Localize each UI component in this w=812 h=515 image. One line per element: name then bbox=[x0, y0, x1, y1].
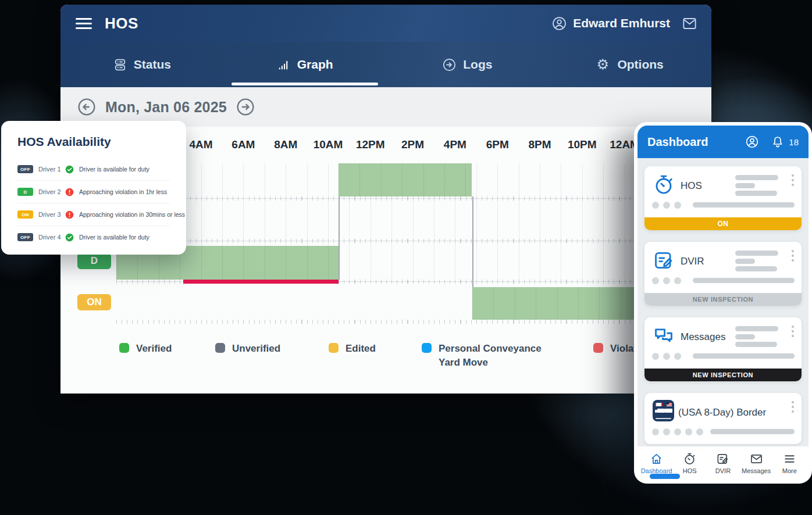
availability-row: OFFDriver 1Driver is available for duty bbox=[17, 158, 170, 181]
tab-logs[interactable]: Logs bbox=[386, 42, 549, 87]
gear-icon: ⚙ bbox=[596, 58, 611, 72]
skeleton-dot bbox=[674, 202, 681, 209]
card-menu-icon[interactable] bbox=[792, 326, 794, 337]
duty-badge: D bbox=[17, 188, 33, 196]
inspection-edit-icon bbox=[716, 452, 729, 466]
user-avatar-icon bbox=[551, 16, 567, 31]
phone-nav-more[interactable]: More bbox=[773, 452, 806, 474]
nav-label: HOS bbox=[683, 467, 697, 474]
duty-badge: ON bbox=[17, 210, 33, 219]
driver-name: Driver 1 bbox=[38, 166, 63, 173]
hamburger-menu-icon[interactable] bbox=[76, 18, 92, 29]
card-title: HOS bbox=[681, 180, 702, 192]
skeleton-line bbox=[735, 326, 778, 331]
alert-circle-icon bbox=[65, 188, 74, 196]
duty-segment-off[interactable] bbox=[339, 163, 472, 196]
duty-badge: OFF bbox=[17, 165, 33, 173]
skeleton-line bbox=[735, 342, 777, 347]
card-title: (USA 8-Day) Border bbox=[678, 407, 766, 419]
phone-card-hos[interactable]: HOSON bbox=[644, 166, 802, 230]
skeleton-line bbox=[710, 429, 795, 434]
popup-title: HOS Availability bbox=[17, 135, 170, 149]
skeleton-dot bbox=[674, 353, 681, 360]
mail-icon[interactable] bbox=[682, 16, 697, 31]
skeleton-line bbox=[693, 278, 795, 283]
previous-day-button[interactable] bbox=[77, 98, 96, 116]
bell-icon[interactable] bbox=[771, 135, 785, 149]
skeleton-dot bbox=[652, 202, 659, 209]
skeleton-dot bbox=[652, 428, 659, 435]
availability-status-text: Driver is available for duty bbox=[79, 166, 149, 173]
arrow-circle-icon bbox=[442, 58, 457, 72]
skeleton-line bbox=[735, 251, 778, 256]
phone-dashboard: Dashboard 18 HOSONDVIRNEW INSPECTIONMess… bbox=[634, 122, 812, 484]
inspection-edit-icon bbox=[653, 249, 675, 271]
user-chip[interactable]: Edward Emhurst bbox=[551, 16, 670, 31]
home-icon bbox=[650, 452, 663, 466]
tab-label: Logs bbox=[463, 58, 492, 71]
skeleton-dot bbox=[663, 353, 670, 360]
tab-status[interactable]: Status bbox=[60, 42, 223, 87]
stopwatch-icon bbox=[653, 174, 675, 196]
driver-name: Driver 3 bbox=[38, 211, 63, 218]
more-lines-icon bbox=[783, 452, 796, 466]
skeleton-dot bbox=[685, 428, 692, 435]
alert-circle-icon bbox=[65, 210, 74, 219]
profile-icon[interactable] bbox=[745, 135, 759, 149]
card-banner[interactable]: NEW INSPECTION bbox=[644, 293, 802, 306]
tab-label: Status bbox=[134, 58, 171, 71]
current-date: Mon, Jan 06 2025 bbox=[105, 99, 227, 116]
user-name: Edward Emhurst bbox=[573, 16, 670, 30]
card-menu-icon[interactable] bbox=[792, 250, 794, 262]
skeleton-line bbox=[735, 191, 777, 196]
next-day-button[interactable] bbox=[236, 98, 255, 116]
skeleton-line bbox=[735, 183, 755, 188]
phone-card-dvir[interactable]: DVIRNEW INSPECTION bbox=[644, 242, 802, 306]
phone-nav-dashboard[interactable]: Dashboard bbox=[640, 452, 673, 474]
violation-bar[interactable] bbox=[183, 280, 339, 284]
phone-nav-dvir[interactable]: DVIR bbox=[707, 452, 739, 474]
availability-status-text: Approaching violation in 1hr less bbox=[79, 188, 167, 195]
tab-graph[interactable]: Graph bbox=[223, 42, 386, 87]
status-stack-icon bbox=[113, 58, 127, 72]
notification-count: 18 bbox=[789, 137, 799, 147]
bar-chart-icon bbox=[276, 58, 291, 72]
phone-header: Dashboard 18 bbox=[638, 126, 809, 158]
card-banner[interactable]: ON bbox=[644, 217, 802, 230]
phone-nav-messages[interactable]: Messages bbox=[740, 452, 772, 474]
phone-card--usa-8-day-border[interactable]: (USA 8-Day) Border bbox=[644, 393, 802, 444]
envelope-icon bbox=[750, 452, 763, 466]
duty-badge: OFF bbox=[17, 233, 33, 241]
skeleton-line bbox=[735, 175, 778, 180]
nav-label: Messages bbox=[742, 467, 771, 474]
skeleton-line bbox=[735, 259, 755, 264]
active-nav-indicator bbox=[650, 474, 680, 479]
availability-row: DDriver 2Approaching violation in 1hr le… bbox=[17, 181, 170, 203]
skeleton-line bbox=[735, 334, 755, 339]
phone-card-messages[interactable]: MessagesNEW INSPECTION bbox=[644, 317, 802, 381]
driver-name: Driver 2 bbox=[38, 188, 63, 195]
card-title: DVIR bbox=[681, 256, 704, 267]
nav-label: More bbox=[782, 467, 797, 474]
chat-icon bbox=[653, 325, 675, 347]
phone-nav-hos[interactable]: HOS bbox=[674, 452, 706, 474]
app-title: HOS bbox=[105, 15, 138, 33]
tab-bar: StatusGraphLogs⚙Options bbox=[60, 42, 711, 87]
tab-options[interactable]: ⚙Options bbox=[549, 42, 711, 87]
tab-label: Graph bbox=[297, 58, 333, 71]
card-title: Messages bbox=[681, 331, 725, 343]
phone-screen-title: Dashboard bbox=[647, 135, 708, 149]
skeleton-line bbox=[693, 353, 795, 359]
phone-card-list: HOSONDVIRNEW INSPECTIONMessagesNEW INSPE… bbox=[638, 158, 809, 446]
skeleton-dot bbox=[696, 428, 703, 435]
card-menu-icon[interactable] bbox=[792, 401, 794, 413]
card-banner[interactable]: NEW INSPECTION bbox=[644, 369, 802, 381]
availability-row: ONDriver 3Approaching violation in 30min… bbox=[17, 203, 170, 226]
check-circle-icon bbox=[65, 165, 74, 174]
hos-availability-popup: HOS Availability OFFDriver 1Driver is av… bbox=[1, 121, 186, 255]
availability-status-text: Driver is available for duty bbox=[79, 234, 149, 241]
skeleton-dot bbox=[663, 428, 670, 435]
card-menu-icon[interactable] bbox=[792, 174, 794, 186]
skeleton-line bbox=[693, 202, 795, 208]
skeleton-dot bbox=[674, 277, 681, 284]
